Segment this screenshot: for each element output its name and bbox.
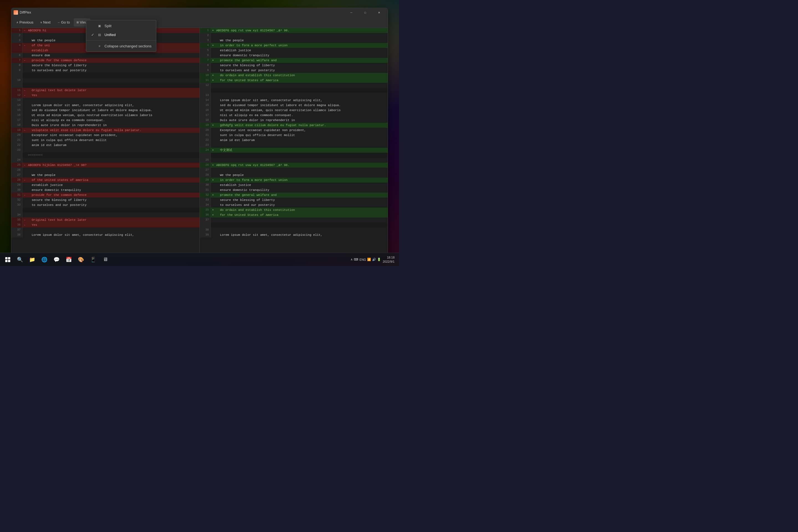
table-row: 22 anim id est laborum	[11, 143, 200, 148]
table-row: 11- Original text but delete later	[11, 88, 200, 93]
taskbar: 🔍 📁 🌐 💬 📅 🎨 📱 🖥 ∧ ⌨ ENG 📶 🔊 🔋 18:18 2022…	[0, 253, 399, 266]
line-number: 14	[200, 98, 211, 103]
goto-button[interactable]: Go to	[54, 18, 73, 26]
table-row: 14 Lorem ipsum dolor sit amet, consectet…	[11, 103, 200, 108]
line-number: 3	[200, 38, 211, 43]
line-marker	[22, 108, 27, 113]
line-number: 6	[200, 53, 211, 58]
line-number: 4	[200, 43, 211, 48]
table-row: 20 Excepteur sint occaecat cupidatat non…	[11, 133, 200, 138]
line-marker	[211, 48, 215, 53]
line-marker	[211, 53, 215, 58]
line-marker: +	[211, 43, 215, 48]
line-number: 34	[11, 212, 22, 217]
phone-taskbar-icon[interactable]: 📱	[88, 254, 99, 265]
menu-item-unified[interactable]: ✓ ▤ Unified	[86, 30, 156, 39]
paint-taskbar-icon[interactable]: 🎨	[75, 254, 87, 265]
previous-button[interactable]: Previous	[14, 18, 36, 26]
line-content: Lorem ipsum dolor sit amet, consectetur …	[215, 232, 388, 238]
line-marker	[211, 98, 215, 103]
line-number: 17	[11, 118, 22, 123]
line-number: 2	[11, 33, 22, 38]
line-content: ensure domestic tranquility	[215, 53, 388, 58]
collapse-label: Collapse unchanged sections	[104, 44, 152, 48]
line-marker: -	[22, 58, 27, 63]
line-number: 20	[200, 128, 211, 133]
table-row: 8 secure the blessing of liberty	[11, 63, 200, 68]
line-number: 12	[200, 83, 211, 88]
line-number: 13	[11, 98, 22, 103]
line-content	[27, 78, 200, 83]
table-row: 6 ensure dom	[11, 53, 200, 58]
system-clock[interactable]: 18:18 2022/9/1	[383, 255, 395, 264]
table-row: 30 ensure domestic tranquility	[11, 188, 200, 193]
next-button[interactable]: Next	[37, 18, 54, 26]
table-row: 12- Yes	[11, 93, 200, 98]
minimize-button[interactable]: ─	[345, 8, 358, 17]
line-content: establish justice	[215, 48, 388, 53]
battery-icon[interactable]: 🔋	[377, 258, 381, 261]
line-marker	[22, 173, 27, 177]
table-row: 30 establish justice	[200, 183, 388, 188]
table-row: 16 Ut enim ad minim veniam, quis nostrud…	[200, 108, 388, 113]
line-content	[215, 153, 388, 158]
line-marker	[22, 103, 27, 108]
maximize-button[interactable]: □	[359, 8, 372, 17]
line-content	[27, 168, 200, 173]
keyboard-icon[interactable]: ⌨	[354, 258, 358, 261]
line-marker	[22, 153, 27, 158]
wifi-icon[interactable]: 📶	[367, 258, 371, 261]
line-number: 38	[200, 227, 211, 232]
app-icon	[14, 10, 18, 15]
line-marker	[211, 113, 215, 118]
line-number: 28	[11, 177, 22, 183]
calendar-taskbar-icon[interactable]: 📅	[63, 254, 74, 265]
line-marker	[22, 118, 27, 123]
search-taskbar-icon[interactable]: 🔍	[14, 254, 25, 265]
volume-icon[interactable]: 🔊	[372, 258, 376, 261]
line-marker	[211, 118, 215, 123]
left-diff-panel[interactable]: 1-ABCDEFG hi23 We the people4- of the un…	[11, 28, 200, 257]
line-number: 7	[200, 58, 211, 63]
close-button[interactable]: ✕	[373, 8, 385, 17]
start-button[interactable]	[2, 254, 13, 265]
line-number: 14	[11, 103, 22, 108]
line-content: Duis aute irure dolor in reprehenderit i…	[215, 118, 388, 123]
line-marker	[211, 83, 215, 88]
line-content: provide for the common defence	[27, 193, 200, 197]
arrow-tray-icon[interactable]: ∧	[350, 258, 353, 261]
line-marker: +	[211, 73, 215, 78]
right-diff-panel[interactable]: 1+ABCDEFG opq rst uvw xyz 01234567 _&^ 9…	[200, 28, 388, 257]
table-row: 12	[200, 83, 388, 88]
line-content: do ordain and establish this constitutio…	[215, 208, 388, 212]
line-marker: -	[22, 88, 27, 93]
line-content: We the people	[27, 173, 200, 177]
line-number: 9	[200, 68, 211, 73]
line-number: 15	[200, 103, 211, 108]
browser-taskbar-icon[interactable]: 🌐	[39, 254, 50, 265]
menu-item-collapse[interactable]: ≡ Collapse unchanged sections	[86, 41, 156, 51]
taskbar-right: ∧ ⌨ ENG 📶 🔊 🔋 18:18 2022/9/1	[348, 255, 397, 264]
menu-item-split[interactable]: ▣ Split	[86, 21, 156, 30]
chat-taskbar-icon[interactable]: 💬	[51, 254, 62, 265]
line-number: 16	[200, 108, 211, 113]
line-number: 27	[11, 173, 22, 177]
line-content: promote the general welfare and	[215, 193, 388, 197]
line-marker	[22, 143, 27, 148]
line-number: 32	[11, 197, 22, 203]
line-number: 33	[11, 203, 22, 208]
explorer-taskbar-icon[interactable]: 📁	[26, 254, 38, 265]
table-row	[11, 208, 200, 212]
line-content	[215, 143, 388, 148]
line-content: do ordain and establish this constitutio…	[215, 73, 388, 78]
table-row: 7+ promote the general welfare and	[200, 58, 388, 63]
table-row: 13	[200, 93, 388, 98]
line-number: 3	[11, 38, 22, 43]
lang-indicator[interactable]: ENG	[359, 258, 366, 261]
monitor-taskbar-icon[interactable]: 🖥	[100, 254, 111, 265]
line-content	[215, 223, 388, 227]
line-content: anim id est laborum	[27, 143, 200, 148]
line-marker	[22, 183, 27, 188]
table-row: 32+ promote the general welfare and	[200, 193, 388, 197]
line-marker: +	[211, 78, 215, 83]
